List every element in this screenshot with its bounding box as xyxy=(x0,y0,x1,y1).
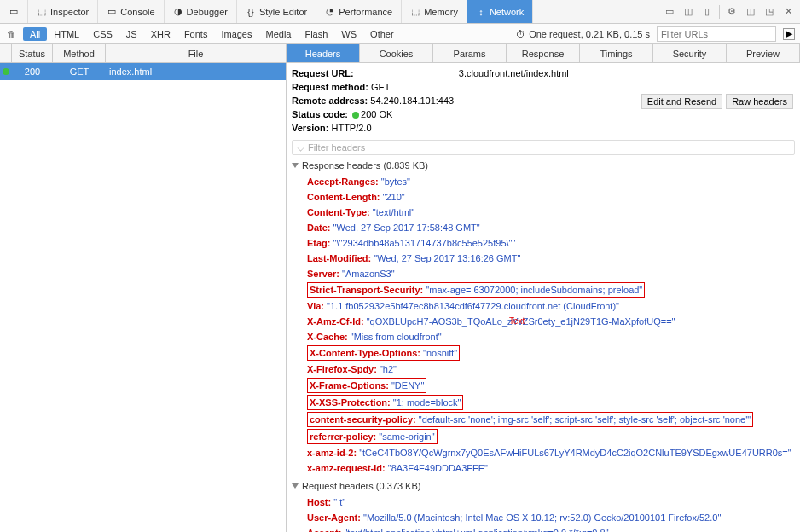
tab-style-editor[interactable]: {}Style Editor xyxy=(237,0,316,23)
header-row: content-security-policy: "default-src 'n… xyxy=(292,411,795,428)
tab-debugger[interactable]: ◑Debugger xyxy=(165,0,237,23)
header-row: referrer-policy: "same-origin" xyxy=(292,428,795,445)
header-row: X-Content-Type-Options: "nosniff" xyxy=(292,344,795,361)
response-headers-list: Accept-Ranges: "bytes"Content-Length: "2… xyxy=(292,174,795,476)
dtab-headers[interactable]: Headers xyxy=(287,44,360,62)
request-headers-section[interactable]: Request headers (0.373 KB) xyxy=(292,481,795,491)
dtab-preview[interactable]: Preview xyxy=(727,44,800,62)
tab-inspector[interactable]: ⬚Inspector xyxy=(28,0,98,23)
filter-fonts[interactable]: Fonts xyxy=(177,27,215,41)
edit-resend-button[interactable]: Edit and Resend xyxy=(641,94,722,109)
clear-icon[interactable]: 🗑 xyxy=(0,29,23,39)
dtab-security[interactable]: Security xyxy=(653,44,727,62)
method-value: GET xyxy=(371,82,391,92)
filter-js[interactable]: JS xyxy=(119,27,144,41)
header-row: Last-Modified: "Wed, 27 Sep 2017 13:16:2… xyxy=(292,251,795,266)
row-method: GET xyxy=(53,66,106,77)
header-row: Server: "AmazonS3" xyxy=(292,266,795,281)
memory-icon: ⬚ xyxy=(410,7,420,17)
header-row: x-amz-id-2: "tCeC4TbO8Y/QcWgrnx7yQ0EsAFw… xyxy=(292,445,795,460)
filter-html[interactable]: HTML xyxy=(47,27,86,41)
request-list-header: Status Method File xyxy=(0,44,286,63)
status-value: 200 OK xyxy=(361,109,392,119)
record-button[interactable]: ▶ xyxy=(783,28,795,40)
status-dot-icon xyxy=(3,68,9,75)
header-row: x-amz-request-id: "8A3F4F49DDDA3FFE" xyxy=(292,460,795,476)
response-headers-section[interactable]: Response headers (0.839 KB) xyxy=(292,160,795,171)
header-buttons: Edit and Resend Raw headers xyxy=(641,94,793,109)
annotation-text: Text xyxy=(509,316,525,326)
col-dot xyxy=(0,44,12,62)
header-row: Content-Type: "text/html" xyxy=(292,205,795,220)
popout-icon[interactable]: ◳ xyxy=(762,5,776,19)
filter-headers-input[interactable]: Filter headers xyxy=(292,140,795,155)
tab-memory[interactable]: ⬚Memory xyxy=(402,0,467,23)
dtab-params[interactable]: Params xyxy=(433,44,507,62)
header-row: X-Firefox-Spdy: "h2" xyxy=(292,361,795,377)
header-row: Content-Length: "210" xyxy=(292,189,795,205)
remote-value: 54.240.184.101:443 xyxy=(370,95,454,106)
header-row: Host: " t" xyxy=(292,494,795,510)
header-row: X-Cache: "Miss from cloudfront" xyxy=(292,329,795,344)
request-summary: ⏱One request, 0.21 KB, 0.15 s xyxy=(516,29,650,39)
dock-side-icon[interactable]: ◫ xyxy=(744,5,757,19)
separator xyxy=(719,5,720,19)
responsive-icon[interactable]: ▭ xyxy=(663,5,676,19)
dock-toggle[interactable]: ▭ xyxy=(0,0,28,23)
header-row: X-XSS-Protection: "1; mode=block" xyxy=(292,394,795,411)
request-row[interactable]: 200 GET index.html xyxy=(0,63,286,80)
filter-images[interactable]: Images xyxy=(214,27,258,41)
dtab-response[interactable]: Response xyxy=(507,44,580,62)
dock-icon: ▭ xyxy=(9,7,19,17)
debugger-icon: ◑ xyxy=(173,7,183,17)
raw-headers-button[interactable]: Raw headers xyxy=(726,94,793,109)
split-icon[interactable]: ◫ xyxy=(681,5,695,19)
header-row: Accept: "text/html,application/xhtml+xml… xyxy=(292,525,795,532)
filter-urls-input[interactable] xyxy=(657,26,776,42)
row-file: index.html xyxy=(106,66,286,77)
header-row: Accept-Ranges: "bytes" xyxy=(292,174,795,189)
header-row: User-Agent: "Mozilla/5.0 (Macintosh; Int… xyxy=(292,510,795,525)
version-value: HTTP/2.0 xyxy=(331,123,371,133)
header-row: Etag: "\"2934dbb48a5131714737b8c55e525f9… xyxy=(292,235,795,251)
devtools-toolbar: ▭ ⬚Inspector ▭Console ◑Debugger {}Style … xyxy=(0,0,800,24)
filter-all[interactable]: All xyxy=(23,27,47,41)
detail-panel: Headers Cookies Params Response Timings … xyxy=(287,44,800,532)
network-icon: ↕ xyxy=(476,7,486,17)
filter-right: ⏱One request, 0.21 KB, 0.15 s ▶ xyxy=(511,26,800,42)
phone-icon[interactable]: ▯ xyxy=(700,5,714,19)
filter-xhr[interactable]: XHR xyxy=(144,27,177,41)
row-status: 200 xyxy=(12,66,53,77)
filter-media[interactable]: Media xyxy=(258,27,298,41)
dtab-timings[interactable]: Timings xyxy=(580,44,653,62)
triangle-down-icon xyxy=(292,163,299,168)
header-row: Strict-Transport-Security: "max-age= 630… xyxy=(292,281,795,298)
filter-flash[interactable]: Flash xyxy=(298,27,334,41)
filter-css[interactable]: CSS xyxy=(86,27,119,41)
status-dot-icon xyxy=(352,112,359,119)
close-icon[interactable]: ✕ xyxy=(781,5,795,19)
inspector-icon: ⬚ xyxy=(37,7,47,17)
header-row: Date: "Wed, 27 Sep 2017 17:58:48 GMT" xyxy=(292,220,795,235)
settings-icon[interactable]: ⚙ xyxy=(725,5,739,19)
header-row: X-Amz-Cf-Id: "qOXBLUpcH7-AOS3b_TQoALo_zY… xyxy=(292,314,795,329)
detail-tabs: Headers Cookies Params Response Timings … xyxy=(287,44,800,63)
detail-body: Request URL: 3.cloudfront.net/index.html… xyxy=(287,63,800,532)
header-row: Via: "1.1 fb052932e5bf47ec8b8134cdf6f477… xyxy=(292,298,795,314)
console-icon: ▭ xyxy=(107,7,117,17)
col-status[interactable]: Status xyxy=(12,44,53,62)
main: Status Method File 200 GET index.html He… xyxy=(0,44,800,532)
filter-other[interactable]: Other xyxy=(363,27,401,41)
toolbar-right: ▭ ◫ ▯ ⚙ ◫ ◳ ✕ xyxy=(658,5,800,19)
dtab-cookies[interactable]: Cookies xyxy=(360,44,433,62)
col-method[interactable]: Method xyxy=(53,44,106,62)
tab-performance[interactable]: ◔Performance xyxy=(316,0,402,23)
request-headers-list: Host: " t"User-Agent: "Mozilla/5.0 (Maci… xyxy=(292,494,795,532)
stopwatch-icon: ⏱ xyxy=(516,29,525,39)
filter-ws[interactable]: WS xyxy=(334,27,363,41)
tab-network[interactable]: ↕Network xyxy=(467,0,533,23)
tab-console[interactable]: ▭Console xyxy=(98,0,164,23)
filter-bar: 🗑 All HTML CSS JS XHR Fonts Images Media… xyxy=(0,24,800,44)
col-file[interactable]: File xyxy=(106,44,286,62)
url-value: 3.cloudfront.net/index.html xyxy=(459,68,569,78)
